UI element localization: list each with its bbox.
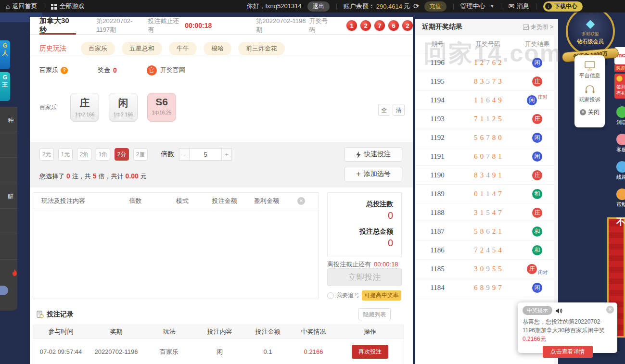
refresh-balance-icon[interactable]: ⟳ <box>413 2 420 11</box>
logout-button[interactable]: 退出 <box>307 1 330 12</box>
download-center-button[interactable]: ↓ 下载中心 <box>543 1 583 12</box>
bet-slip-table: 玩法及投注内容倍数模式投注金额盈利金额✕ <box>33 192 319 299</box>
recharge-button[interactable]: 充值 <box>424 1 446 12</box>
stepper-minus-button[interactable]: - <box>179 148 190 161</box>
promo-badge-g1[interactable]: G人 <box>0 40 10 69</box>
result-digits: 31547 <box>459 209 516 217</box>
tab-history[interactable]: 历史玩法 <box>39 44 66 53</box>
result-digit: 1 <box>498 152 502 160</box>
chase-checkbox[interactable] <box>327 292 334 299</box>
recent-results-title: 近期开奖结果 <box>422 23 462 31</box>
result-period: 1194 <box>415 96 459 104</box>
left-menu-item[interactable] <box>0 132 17 158</box>
edge-item-客服[interactable]: 客服 <box>614 134 625 153</box>
help-icon <box>616 188 625 200</box>
bet-now-button[interactable]: 立即投注 <box>327 268 402 286</box>
amount-chip-2角[interactable]: 2角 <box>77 148 91 161</box>
result-period: 1192 <box>415 134 459 142</box>
clear-table-icon[interactable]: ✕ <box>297 197 305 205</box>
edge-item-label: 消息 <box>616 119 625 126</box>
result-outcome: 闲 <box>516 283 558 293</box>
user-greeting: 你好，fxnq5201314 <box>247 2 302 11</box>
bet-again-button[interactable]: 再次投注 <box>352 345 388 359</box>
bet-option-S6[interactable]: S61中16.25 <box>147 93 176 122</box>
result-digit: 6 <box>486 227 490 235</box>
back-home-link[interactable]: ⌂ 返回首页 <box>6 2 37 11</box>
trend-chart-link[interactable]: 走势图 > <box>523 23 553 31</box>
messages-link[interactable]: ✉ 消息 <box>508 2 529 11</box>
result-badge: 庄 <box>532 170 542 180</box>
result-period: 1185 <box>415 265 459 273</box>
result-digit: 9 <box>486 284 490 291</box>
left-menu-item[interactable]: 艇 <box>0 183 17 209</box>
back-home-label: 返回首页 <box>12 2 37 11</box>
total-amount-value: 0 <box>336 238 393 249</box>
result-digit: 2 <box>498 59 502 66</box>
edge-item-线路[interactable]: 线路 <box>614 161 625 181</box>
amount-chip-2厘[interactable]: 2厘 <box>133 148 148 161</box>
tab-前三炸金花[interactable]: 前三炸金花 <box>238 42 285 55</box>
result-outcome: 庄 <box>516 76 558 87</box>
result-digit: 8 <box>480 227 484 235</box>
close-float-card-button[interactable]: ✕ 关闭 <box>574 108 605 116</box>
admin-center-menu[interactable]: 管理中心 ▼ <box>460 2 495 11</box>
amount-chip-1角[interactable]: 1角 <box>96 148 110 161</box>
tab-五星总和[interactable]: 五星总和 <box>122 42 162 55</box>
result-digit: 5 <box>498 265 502 273</box>
amount-chip-2分[interactable]: 2分 <box>115 148 129 161</box>
quick-bet-button[interactable]: 快速投注 <box>344 147 402 162</box>
edge-strip: 奖源 <box>614 64 625 72</box>
edge-item-消息[interactable]: 消息 <box>614 106 625 126</box>
left-game-menu: 种艇 <box>0 107 17 311</box>
select-all-button[interactable]: 全 <box>378 104 390 116</box>
add-selection-button[interactable]: + 添加选号 <box>344 167 402 181</box>
bet-records-header: 投注记录 <box>37 310 74 319</box>
result-digit: 1 <box>486 190 490 198</box>
player-complaint-link[interactable]: 玩家投诉 <box>574 96 605 103</box>
speaker-icon[interactable] <box>556 307 562 314</box>
result-digit: 7 <box>498 284 502 291</box>
divider <box>44 3 44 10</box>
platform-info-link[interactable]: 平台信息 <box>574 72 605 79</box>
result-digit: 7 <box>474 115 478 123</box>
record-cell: 07-02 09:57:44 <box>33 348 89 355</box>
edge-item-帮助[interactable]: 帮助 <box>614 188 625 208</box>
divider <box>336 3 337 10</box>
stepper-value[interactable]: 5 <box>190 148 221 161</box>
left-menu-item[interactable] <box>0 234 17 260</box>
result-digit: 1 <box>474 96 478 104</box>
result-digit: 4 <box>498 246 502 254</box>
all-games-link[interactable]: 全部游戏 <box>51 2 84 11</box>
tab-牛牛[interactable]: 牛牛 <box>169 42 197 55</box>
close-popup-button[interactable]: ✕ <box>606 306 614 314</box>
bet-summary-box: 总投注数 0 投注总金额 0 <box>327 192 402 257</box>
amount-chip-2元[interactable]: 2元 <box>39 148 54 161</box>
help-icon[interactable]: ? <box>61 67 68 74</box>
clear-selection-button[interactable]: 清 <box>393 104 405 116</box>
current-issue: 第20220702-1197期 <box>96 17 146 34</box>
edge-item-label: 客服 <box>616 146 625 153</box>
left-menu-item[interactable]: 种 <box>0 107 17 132</box>
left-menu-item[interactable] <box>0 209 17 234</box>
official-site-link[interactable]: 开奖官网 <box>160 66 185 75</box>
multiple-stepper: - 5 + <box>179 148 232 161</box>
edge-partial-text: 不 <box>614 216 625 228</box>
stepper-plus-button[interactable]: + <box>221 148 232 161</box>
bet-option-闲[interactable]: 闲1中2.166 <box>109 93 138 122</box>
result-digit: 4 <box>492 96 496 104</box>
records-header: 奖期 <box>89 327 144 336</box>
promo-badge-g2[interactable]: G王 <box>0 72 10 101</box>
result-digits: 30955 <box>459 265 516 273</box>
tab-百家乐[interactable]: 百家乐 <box>81 42 115 55</box>
records-header: 投注金额 <box>245 327 291 336</box>
chevron-right-icon: > <box>550 24 553 30</box>
signin-gift-button[interactable]: 签到 有礼 <box>614 74 625 99</box>
result-badge: 闲 <box>532 133 542 143</box>
tab-梭哈[interactable]: 梭哈 <box>204 42 231 55</box>
view-details-button[interactable]: 点击查看详情 <box>543 346 593 358</box>
amount-chip-1元[interactable]: 1元 <box>58 148 73 161</box>
left-menu-item[interactable] <box>0 158 17 183</box>
result-period: 1190 <box>415 171 459 179</box>
hide-list-button[interactable]: 隐藏列表 <box>358 308 391 320</box>
bet-option-庄[interactable]: 庄1中2.166 <box>70 93 99 122</box>
